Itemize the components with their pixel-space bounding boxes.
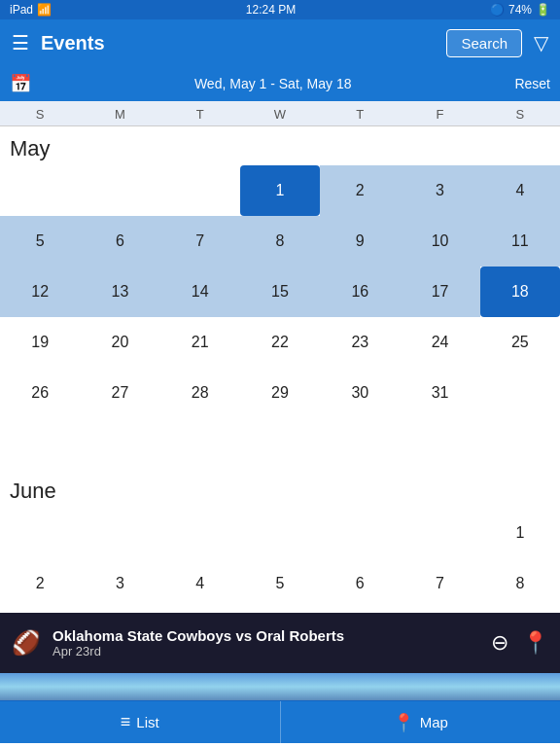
june-empty-6 bbox=[400, 508, 479, 558]
may-day-6[interactable]: 6 bbox=[80, 216, 159, 267]
status-time: 12:24 PM bbox=[246, 3, 296, 17]
day-header-fri: F bbox=[400, 101, 479, 125]
june-empty-4 bbox=[240, 508, 320, 558]
june-day-8[interactable]: 8 bbox=[480, 558, 560, 609]
may-empty-2 bbox=[80, 165, 159, 216]
menu-button[interactable]: ☰ bbox=[12, 31, 29, 54]
may-day-29[interactable]: 29 bbox=[240, 368, 320, 418]
search-button[interactable]: Search bbox=[446, 29, 522, 57]
page-title: Events bbox=[41, 32, 435, 54]
may-day-11[interactable]: 11 bbox=[480, 216, 560, 267]
june-day-5[interactable]: 5 bbox=[240, 558, 320, 609]
may-day-3[interactable]: 3 bbox=[400, 165, 479, 216]
bluetooth-icon: 🔵 bbox=[490, 3, 505, 17]
calendar-icon[interactable]: 📅 bbox=[10, 73, 31, 94]
event-image-strip bbox=[0, 673, 560, 700]
may-empty-end-2 bbox=[0, 418, 80, 469]
may-day-9[interactable]: 9 bbox=[320, 216, 400, 267]
day-header-wed: W bbox=[240, 101, 320, 125]
may-day-8[interactable]: 8 bbox=[240, 216, 320, 267]
june-empty-2 bbox=[80, 508, 159, 558]
june-day-2[interactable]: 2 bbox=[0, 558, 80, 609]
day-headers: S M T W T F S bbox=[0, 101, 560, 126]
june-day-15[interactable]: 15 bbox=[480, 609, 560, 613]
date-range-bar: 📅 Wed, May 1 - Sat, May 18 Reset bbox=[0, 66, 560, 101]
may-day-13[interactable]: 13 bbox=[80, 267, 159, 317]
filter-icon[interactable]: ▽ bbox=[534, 31, 548, 54]
day-header-tue: T bbox=[160, 101, 240, 125]
may-day-10[interactable]: 10 bbox=[400, 216, 479, 267]
reset-button[interactable]: Reset bbox=[514, 76, 550, 91]
may-day-17[interactable]: 17 bbox=[400, 267, 479, 317]
may-day-2[interactable]: 2 bbox=[320, 165, 400, 216]
june-day-4[interactable]: 4 bbox=[160, 558, 240, 609]
list-icon: ≡ bbox=[121, 712, 131, 732]
may-day-7[interactable]: 7 bbox=[160, 216, 240, 267]
june-day-12[interactable]: 12 bbox=[240, 609, 320, 613]
may-day-4[interactable]: 4 bbox=[480, 165, 560, 216]
may-day-26[interactable]: 26 bbox=[0, 368, 80, 418]
june-day-6[interactable]: 6 bbox=[320, 558, 400, 609]
june-day-7[interactable]: 7 bbox=[400, 558, 479, 609]
may-empty-3 bbox=[160, 165, 240, 216]
june-grid: 1 2 3 4 5 6 7 8 9 10 11 12 13 14 15 bbox=[0, 508, 560, 613]
list-nav-item[interactable]: ≡ List bbox=[0, 701, 281, 743]
status-right: 🔵 74% 🔋 bbox=[490, 3, 550, 17]
may-day-1[interactable]: 1 bbox=[240, 165, 320, 216]
may-day-31[interactable]: 31 bbox=[400, 368, 479, 418]
june-day-1[interactable]: 1 bbox=[480, 508, 560, 558]
june-day-13[interactable]: 13 bbox=[320, 609, 400, 613]
may-day-18[interactable]: 18 bbox=[480, 267, 560, 317]
app-header: ☰ Events Search ▽ bbox=[0, 19, 560, 66]
may-day-14[interactable]: 14 bbox=[160, 267, 240, 317]
map-nav-item[interactable]: 📍 Map bbox=[281, 701, 561, 743]
june-day-10[interactable]: 10 bbox=[80, 609, 159, 613]
carrier-label: iPad bbox=[10, 3, 33, 17]
event-card: 🏈 Oklahoma State Cowboys vs Oral Roberts… bbox=[0, 613, 560, 673]
may-day-15[interactable]: 15 bbox=[240, 267, 320, 317]
bottom-navigation: ≡ List 📍 Map bbox=[0, 700, 560, 743]
may-day-21[interactable]: 21 bbox=[160, 317, 240, 368]
status-left: iPad 📶 bbox=[10, 3, 52, 17]
day-header-thu: T bbox=[320, 101, 400, 125]
may-day-16[interactable]: 16 bbox=[320, 267, 400, 317]
month-label-june: June bbox=[0, 469, 560, 508]
june-empty-1 bbox=[0, 508, 80, 558]
may-day-12[interactable]: 12 bbox=[0, 267, 80, 317]
battery-icon: 🔋 bbox=[536, 3, 550, 17]
may-day-22[interactable]: 22 bbox=[240, 317, 320, 368]
location-icon[interactable]: 📍 bbox=[522, 630, 548, 656]
june-day-14[interactable]: 14 bbox=[400, 609, 479, 613]
may-day-30[interactable]: 30 bbox=[320, 368, 400, 418]
may-day-25[interactable]: 25 bbox=[480, 317, 560, 368]
battery-label: 74% bbox=[508, 3, 532, 17]
may-day-27[interactable]: 27 bbox=[80, 368, 159, 418]
may-day-20[interactable]: 20 bbox=[80, 317, 159, 368]
june-empty-3 bbox=[160, 508, 240, 558]
june-empty-5 bbox=[320, 508, 400, 558]
calendar-container: May 1 2 3 4 5 6 7 8 9 10 11 12 13 14 15 … bbox=[0, 126, 560, 613]
wifi-icon: 📶 bbox=[37, 3, 52, 17]
may-day-24[interactable]: 24 bbox=[400, 317, 479, 368]
june-day-11[interactable]: 11 bbox=[160, 609, 240, 613]
may-day-23[interactable]: 23 bbox=[320, 317, 400, 368]
event-title[interactable]: Oklahoma State Cowboys vs Oral Roberts bbox=[52, 627, 479, 644]
day-header-mon: M bbox=[80, 101, 159, 125]
may-grid: 1 2 3 4 5 6 7 8 9 10 11 12 13 14 15 16 1… bbox=[0, 165, 560, 469]
may-empty-1 bbox=[0, 165, 80, 216]
may-day-28[interactable]: 28 bbox=[160, 368, 240, 418]
may-empty-end-1 bbox=[480, 368, 560, 418]
date-range-text: Wed, May 1 - Sat, May 18 bbox=[194, 76, 352, 91]
may-day-5[interactable]: 5 bbox=[0, 216, 80, 267]
june-day-9[interactable]: 9 bbox=[0, 609, 80, 613]
month-label-may: May bbox=[0, 126, 560, 165]
list-label: List bbox=[136, 714, 158, 730]
event-actions: ⊖ 📍 bbox=[491, 630, 548, 656]
may-day-19[interactable]: 19 bbox=[0, 317, 80, 368]
june-day-3[interactable]: 3 bbox=[80, 558, 159, 609]
event-sport-icon: 🏈 bbox=[12, 629, 41, 657]
map-icon: 📍 bbox=[393, 712, 414, 733]
minus-icon[interactable]: ⊖ bbox=[491, 630, 508, 656]
event-date: Apr 23rd bbox=[52, 644, 479, 658]
day-header-sat: S bbox=[480, 101, 560, 125]
